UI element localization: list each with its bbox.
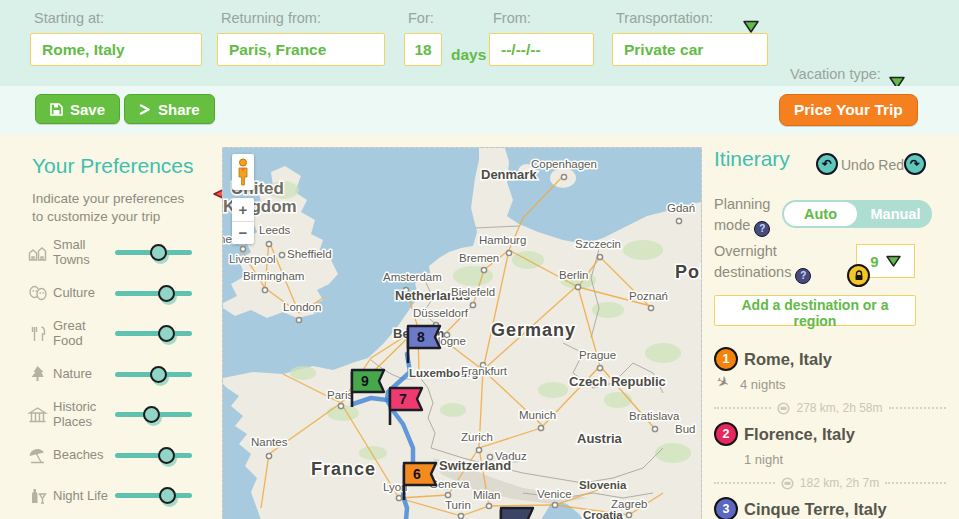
map-canvas[interactable]: UnitedKingdomhesterLeedsSheffieldLiverpo…: [222, 147, 702, 519]
price-button-label: Price Your Trip: [794, 101, 903, 119]
map-label: Munich: [519, 409, 556, 421]
europe-map[interactable]: UnitedKingdomhesterLeedsSheffieldLiverpo…: [223, 148, 701, 519]
nightlife-icon: [27, 486, 53, 506]
preference-row: Beaches: [0, 435, 222, 476]
preference-row: Historic Places: [0, 394, 222, 435]
slider-handle[interactable]: [158, 285, 175, 302]
map-label: Berlin: [559, 269, 588, 281]
action-bar: Save Share Price Your Trip: [0, 86, 959, 135]
preference-label: Beaches: [53, 448, 113, 462]
city-dot: [266, 453, 271, 458]
car-icon: [781, 477, 794, 490]
map-flag-marker[interactable]: [501, 508, 533, 519]
share-button-label: Share: [158, 101, 200, 118]
city-dot: [652, 426, 657, 431]
transportation-select[interactable]: Private car: [612, 33, 768, 66]
chevron-down-icon[interactable]: [743, 20, 759, 33]
car-icon: [777, 402, 790, 415]
save-button[interactable]: Save: [35, 94, 120, 124]
stop-number-badge: 3: [714, 497, 738, 519]
field-starting-at: Starting at: Rome, Italy: [30, 10, 202, 66]
map-label: Sheffield: [287, 248, 332, 260]
share-icon: [139, 103, 151, 116]
preference-slider[interactable]: [115, 250, 192, 255]
preference-slider[interactable]: [115, 372, 192, 377]
city-dot: [470, 302, 475, 307]
planning-mode-help-icon[interactable]: ?: [754, 221, 770, 237]
city-dot: [626, 512, 631, 517]
leg-distance: 278 km, 2h 58m: [796, 401, 882, 415]
redo-button[interactable]: ↷: [904, 153, 926, 175]
city-dot: [538, 425, 543, 430]
city-dot: [279, 252, 284, 257]
add-destination-button[interactable]: Add a destination or a region: [714, 295, 916, 326]
itinerary-panel: Itinerary ↶ Undo Redo ↷ Planning mode? A…: [710, 147, 959, 519]
zoom-out-button[interactable]: −: [232, 222, 254, 245]
itinerary-stop[interactable]: 3Cinque Terre, Italy: [714, 495, 946, 519]
undo-button[interactable]: ↶: [816, 153, 838, 175]
pegman-control[interactable]: [232, 154, 254, 190]
map-label: Zurich: [461, 431, 493, 443]
map-label: Frankfurt: [461, 365, 508, 377]
preference-label: Historic Places: [53, 400, 113, 429]
stop-name: Florence, Italy: [744, 425, 855, 444]
preference-slider[interactable]: [115, 291, 192, 296]
slider-handle[interactable]: [150, 366, 167, 383]
share-button[interactable]: Share: [124, 94, 215, 124]
leg-distance-row: 182 km, 2h 7m: [714, 471, 946, 495]
slider-handle[interactable]: [150, 244, 167, 261]
duration-suffix: days: [451, 46, 486, 64]
planning-mode-toggle: Auto Manual: [782, 200, 932, 228]
city-dot: [296, 317, 301, 322]
trip-form-bar: Starting at: Rome, Italy Returning from:…: [0, 0, 959, 86]
city-dot: [575, 284, 580, 289]
city-dot: [597, 254, 602, 259]
city-dot: [262, 287, 267, 292]
overnight-help-icon[interactable]: ?: [795, 268, 811, 284]
preference-label: Culture: [53, 286, 113, 300]
itinerary-stop[interactable]: 2Florence, Italy: [714, 420, 946, 448]
map-label: Liverpool: [229, 253, 276, 265]
overnight-destinations-label: Overnight destinations?: [714, 241, 811, 284]
town-icon: [27, 243, 53, 263]
slider-handle[interactable]: [159, 487, 176, 504]
city-dot: [458, 513, 463, 518]
museum-icon: [27, 405, 53, 425]
map-label: Germany: [491, 320, 576, 340]
map-label: Austria: [577, 431, 623, 446]
city-dot: [240, 246, 245, 251]
trip-planner-app: Starting at: Rome, Italy Returning from:…: [0, 0, 959, 519]
slider-handle[interactable]: [143, 406, 160, 423]
field-duration: For: 18 days: [404, 10, 442, 66]
preference-slider[interactable]: [115, 412, 192, 417]
returning-from-input[interactable]: Paris, France: [217, 33, 385, 66]
map-label: Bremen: [459, 252, 499, 264]
slider-handle[interactable]: [158, 325, 175, 342]
beach-icon: [27, 445, 53, 465]
zoom-in-button[interactable]: +: [232, 198, 254, 222]
slider-handle[interactable]: [158, 447, 175, 464]
starting-at-input[interactable]: Rome, Italy: [30, 33, 202, 66]
preference-row: Culture: [0, 273, 222, 314]
price-your-trip-button[interactable]: Price Your Trip: [779, 94, 918, 126]
map-label: Venice: [537, 488, 572, 500]
preference-label: Great Food: [53, 319, 113, 348]
mode-manual-option[interactable]: Manual: [859, 206, 932, 222]
duration-input[interactable]: 18: [404, 33, 442, 66]
preferences-title: Your Preferences: [32, 154, 222, 178]
city-dot: [445, 492, 450, 497]
preference-slider[interactable]: [115, 453, 192, 458]
itinerary-stop[interactable]: 1Rome, Italy: [714, 345, 946, 373]
starting-at-label: Starting at:: [34, 10, 202, 26]
preference-row: Great Food: [0, 313, 222, 354]
preference-slider[interactable]: [115, 331, 192, 336]
map-label: France: [311, 459, 376, 479]
map-label: Szczecin: [575, 238, 621, 250]
start-date-input[interactable]: --/--/--: [489, 33, 594, 66]
preference-slider[interactable]: [115, 493, 192, 498]
city-dot: [266, 241, 271, 246]
map-label: Hamburg: [479, 234, 526, 246]
mode-auto-option[interactable]: Auto: [784, 202, 857, 226]
svg-text:7: 7: [399, 391, 407, 407]
map-label: Birmingham: [243, 270, 304, 282]
